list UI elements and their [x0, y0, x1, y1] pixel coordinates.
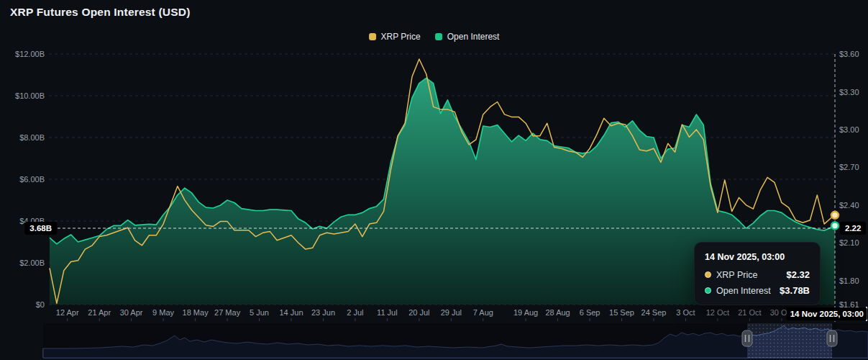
tooltip-date: 14 Nov 2025, 03:00: [705, 252, 810, 262]
tooltip-value: $3.78B: [780, 285, 810, 296]
y-axis-label-right: $3.00: [839, 125, 859, 134]
tooltip-row-xrp-price: XRP Price $2.32: [705, 269, 810, 280]
y-axis-label-right: $3.60: [839, 50, 859, 58]
chart-canvas[interactable]: [0, 0, 868, 360]
tooltip-label: XRP Price: [716, 270, 781, 280]
x-axis-label: 12 Apr: [56, 308, 79, 317]
y-axis-label-right: $3.30: [839, 88, 859, 96]
navigator-selection-dots: [747, 323, 832, 358]
y-axis-label-left: $12.00B: [0, 50, 45, 58]
x-axis-label: 29 Jul: [441, 308, 462, 317]
x-axis-label: 5 Jun: [250, 308, 269, 317]
x-axis-label: 23 Jun: [311, 308, 335, 317]
x-axis-label: 7 Aug: [473, 308, 493, 317]
y-axis-label-right: $2.70: [839, 163, 859, 171]
x-axis-label: 24 Sep: [641, 308, 667, 317]
y-axis-label-right: $2.10: [839, 238, 859, 247]
x-axis-label: 27 May: [214, 308, 240, 317]
x-axis-label: 14 Jun: [279, 308, 303, 317]
tooltip: 14 Nov 2025, 03:00 XRP Price $2.32 Open …: [694, 242, 821, 305]
x-axis-label: 3 Oct: [676, 308, 695, 317]
open-interest-dot-icon: [705, 287, 711, 294]
y-axis-label-left: $8.00B: [0, 133, 45, 142]
x-axis-label: 12 Oct: [706, 308, 729, 317]
x-axis-label: 2 Jul: [347, 308, 363, 317]
y-axis-label-left: $2.00B: [0, 258, 45, 267]
crosshair-date-badge: 14 Nov 2025, 03:00: [787, 307, 867, 320]
y-axis-label-left: $10.00B: [0, 91, 45, 100]
x-axis-label: 15 Sep: [609, 308, 634, 317]
chart-root: XRP Futures Open Interest (USD) XRP Pric…: [0, 0, 868, 360]
crosshair-left-badge: 3.68B: [24, 222, 57, 235]
x-axis-label: 6 Sep: [580, 308, 600, 317]
tooltip-row-open-interest: Open Interest $3.78B: [705, 285, 810, 296]
tooltip-value: $2.32: [786, 269, 810, 280]
xrp-price-dot-icon: [705, 271, 711, 278]
navigator-handle-left[interactable]: [742, 330, 752, 346]
y-axis-label-left: $0: [0, 300, 45, 309]
x-axis-label: 11 Jul: [377, 308, 398, 317]
x-axis-label: 20 Jul: [408, 308, 429, 317]
y-axis-label-left: $6.00B: [0, 175, 45, 184]
x-axis-label: 21 Oct: [738, 308, 761, 317]
x-axis-label: 21 Apr: [88, 308, 111, 317]
x-axis-label: 18 May: [183, 308, 209, 317]
x-axis-label: 9 May: [152, 308, 174, 317]
open-interest-last-marker: [831, 222, 839, 229]
y-axis-label-right: $1.80: [839, 276, 859, 285]
x-axis-label: 28 Aug: [545, 308, 570, 317]
navigator-dim-left: [43, 323, 747, 358]
navigator-handle-right[interactable]: [827, 330, 837, 346]
xrp-price-last-marker: [831, 212, 839, 219]
y-axis-label-right: $2.40: [839, 201, 859, 210]
x-axis-label: 30 Apr: [120, 308, 143, 317]
crosshair-right-badge: 2.22: [840, 222, 866, 235]
x-axis-label: 19 Aug: [513, 308, 538, 317]
tooltip-label: Open Interest: [716, 286, 775, 296]
